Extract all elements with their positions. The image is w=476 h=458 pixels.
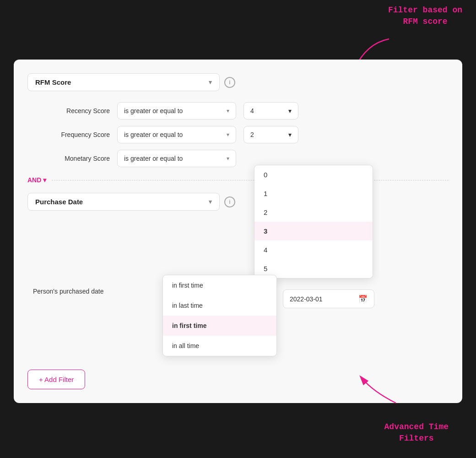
monetary-condition-value: is greater or equal to: [124, 155, 183, 162]
add-filter-button[interactable]: + Add Filter: [27, 370, 85, 389]
advanced-time-annotation: Advanced Time Filters: [384, 421, 449, 444]
number-dropdown: 0 1 2 3 4 5: [254, 165, 373, 278]
and-divider: AND ▾: [27, 176, 449, 184]
recency-condition-select[interactable]: is greater or equal to ▾: [117, 102, 236, 120]
purchase-filter-header: Purchase Date ▾ i: [27, 193, 449, 211]
and-line: [52, 180, 449, 180]
recency-value: 4: [250, 107, 254, 114]
recency-value-select[interactable]: 4 ▾: [243, 102, 298, 120]
number-option-1[interactable]: 1: [254, 184, 373, 203]
time-dropdown: in first time in last time in first time…: [162, 275, 277, 356]
monetary-chevron: ▾: [227, 155, 229, 162]
add-filter-label: + Add Filter: [39, 376, 74, 383]
recency-score-row: Recency Score is greater or equal to ▾ 4…: [27, 102, 449, 120]
number-option-4[interactable]: 4: [254, 240, 373, 259]
frequency-chevron: ▾: [227, 131, 229, 138]
frequency-condition-value: is greater or equal to: [124, 131, 183, 138]
frequency-value-chevron: ▾: [288, 131, 292, 138]
frequency-condition-select[interactable]: is greater or equal to ▾: [117, 126, 236, 143]
date-value: 2022-03-01: [290, 295, 323, 303]
recency-value-chevron: ▾: [288, 107, 292, 114]
time-option-in-last-time[interactable]: in last time: [163, 295, 276, 316]
rfm-filter-header: RFM Score ▾ i: [27, 73, 449, 91]
number-option-2[interactable]: 2: [254, 203, 373, 222]
purchase-date-label: Purchase Date: [35, 198, 83, 206]
recency-chevron: ▾: [227, 108, 229, 114]
purchase-info-symbol: i: [229, 198, 231, 205]
date-input[interactable]: 2022-03-01 📅: [283, 289, 374, 308]
monetary-score-row: Monetary Score is greater or equal to ▾: [27, 150, 449, 167]
time-option-in-all-time[interactable]: in all time: [163, 336, 276, 356]
rfm-info-symbol: i: [229, 79, 231, 86]
calendar-icon: 📅: [358, 294, 368, 303]
rfm-info-icon[interactable]: i: [224, 77, 235, 88]
time-option-in-first-time[interactable]: in first time: [163, 275, 276, 295]
frequency-score-row: Frequency Score is greater or equal to ▾…: [27, 126, 449, 143]
number-option-3[interactable]: 3: [254, 222, 373, 240]
bottom-arrow: [341, 364, 405, 405]
frequency-value-select[interactable]: 2 ▾: [243, 126, 298, 143]
frequency-label: Frequency Score: [46, 131, 110, 138]
rfm-score-chevron: ▾: [209, 79, 212, 86]
number-option-0[interactable]: 0: [254, 165, 373, 184]
rfm-score-label: RFM Score: [35, 78, 71, 86]
monetary-condition-select[interactable]: is greater or equal to ▾: [117, 150, 236, 167]
purchase-date-chevron: ▾: [209, 198, 212, 205]
frequency-value: 2: [250, 131, 254, 138]
filter-based-annotation: Filter based on RFM score: [388, 5, 462, 27]
persons-purchased-label: Person's purchased date: [33, 288, 103, 295]
purchase-info-icon[interactable]: i: [224, 196, 235, 207]
rfm-score-select[interactable]: RFM Score ▾: [27, 73, 220, 91]
recency-condition-value: is greater or equal to: [124, 107, 183, 114]
monetary-label: Monetary Score: [46, 155, 110, 162]
and-label[interactable]: AND ▾: [27, 176, 46, 184]
time-option-in-first-time-selected[interactable]: in first time: [163, 316, 276, 336]
recency-label: Recency Score: [46, 107, 110, 114]
purchase-date-select[interactable]: Purchase Date ▾: [27, 193, 220, 211]
